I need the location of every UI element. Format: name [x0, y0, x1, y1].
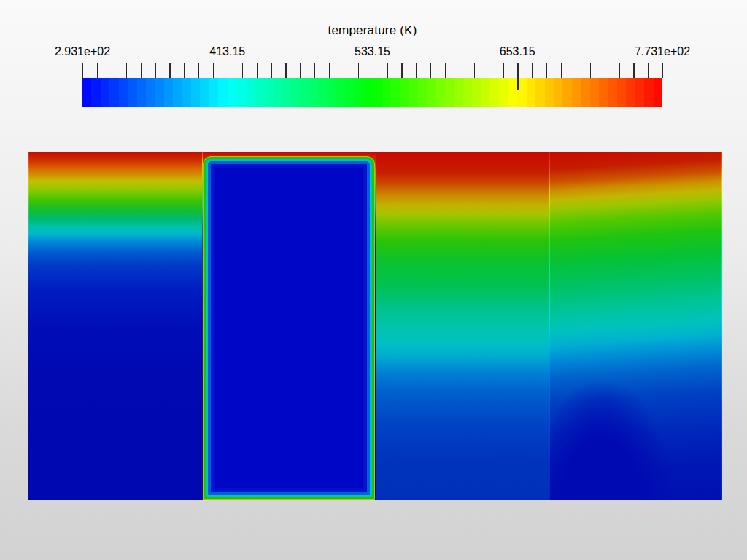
colorbar-tick-mark	[532, 63, 533, 78]
colorbar-tick-mark	[314, 63, 315, 78]
colorbar-tick-mark	[358, 63, 359, 78]
colorbar-tick-label: 2.931e+02	[55, 45, 110, 58]
colorbar-tick-mark	[605, 63, 605, 78]
colorbar-tick-mark	[430, 63, 431, 78]
domain-right-edge-line	[721, 152, 723, 500]
colorbar-tick-mark	[460, 63, 460, 78]
middle-right-interface-line	[549, 152, 551, 500]
colorbar-tick-mark	[112, 63, 112, 78]
colorbar-tick-mark	[257, 63, 258, 78]
colorbar-tick-mark	[576, 63, 576, 78]
field-region-middle-slab	[376, 152, 549, 500]
domain-left-edge-line	[28, 152, 29, 500]
block-left-interface-line	[202, 152, 204, 500]
colorbar-tick-label: 413.15	[209, 45, 245, 58]
colorbar-tick-label: 7.731e+02	[635, 45, 690, 58]
colorbar-tick-mark	[82, 63, 83, 78]
colorbar-tick-mark	[373, 63, 374, 90]
colorbar-tick-mark	[300, 63, 301, 78]
colorbar-tick-mark	[619, 63, 619, 78]
colorbar-tick-mark	[344, 63, 344, 78]
cold-block	[203, 156, 375, 500]
colorbar-tick-mark	[155, 63, 155, 78]
colorbar-tick-mark	[662, 63, 663, 78]
colorbar-tick-mark	[445, 63, 446, 78]
colorbar-tick-mark	[285, 63, 286, 78]
render-view[interactable]: temperature (K) 2.931e+02413.15533.15653…	[0, 0, 747, 560]
colorbar-tick-label: 533.15	[355, 45, 390, 58]
colorbar-tick-mark	[184, 63, 185, 78]
colorbar-tick-mark	[97, 63, 98, 78]
colorbar-tick-mark	[141, 63, 142, 78]
colorbar-tick-mark	[169, 63, 170, 78]
colorbar-title: temperature (K)	[82, 23, 662, 38]
colorbar-ticks	[82, 63, 662, 90]
colorbar-tick-mark	[213, 63, 214, 78]
colorbar-tick-mark	[561, 63, 562, 78]
colorbar-tick-mark	[648, 63, 649, 78]
colorbar-tick-mark	[387, 63, 387, 78]
colorbar-tick-mark	[401, 63, 402, 78]
colorbar-tick-mark	[474, 63, 475, 78]
field-region-right-slab	[549, 152, 722, 500]
colorbar-tick-mark	[489, 63, 489, 78]
temperature-field[interactable]	[28, 152, 722, 500]
colorbar-tick-mark	[242, 63, 243, 78]
colorbar-tick-mark	[546, 63, 547, 78]
colorbar-tick-mark	[329, 63, 330, 78]
colorbar-tick-label: 653.15	[500, 45, 535, 58]
field-region-left-slab	[28, 152, 202, 500]
colorbar-tick-mark	[590, 63, 591, 78]
colorbar-tick-mark	[633, 63, 634, 78]
colorbar-tick-mark	[503, 63, 503, 78]
colorbar-tick-mark	[271, 63, 271, 78]
colorbar-tick-mark	[228, 63, 228, 90]
colorbar-tick-labels: 2.931e+02413.15533.15653.157.731e+02	[82, 45, 662, 60]
field-region-block-slab	[202, 152, 376, 500]
colorbar-tick-mark	[126, 63, 127, 78]
colorbar-tick-mark	[416, 63, 417, 78]
block-right-interface-line	[376, 152, 377, 500]
colorbar-tick-mark	[198, 63, 199, 78]
colorbar-tick-mark	[517, 63, 518, 90]
